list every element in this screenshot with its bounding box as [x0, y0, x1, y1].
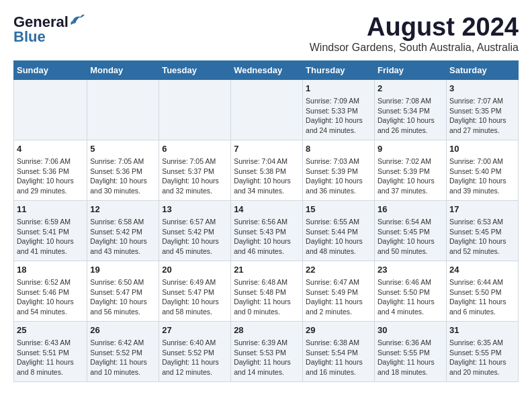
day-info: Sunrise: 6:36 AMSunset: 5:55 PMDaylight:…	[378, 338, 443, 377]
day-info: Sunrise: 6:48 AMSunset: 5:48 PMDaylight:…	[234, 277, 300, 317]
day-info: Sunrise: 6:39 AMSunset: 5:53 PMDaylight:…	[234, 338, 300, 377]
day-info: Sunrise: 6:55 AMSunset: 5:44 PMDaylight:…	[306, 217, 371, 257]
day-info: Sunrise: 7:09 AMSunset: 5:33 PMDaylight:…	[306, 96, 371, 136]
day-number: 21	[234, 264, 300, 276]
calendar-cell: 7Sunrise: 7:04 AMSunset: 5:38 PMDaylight…	[231, 140, 303, 200]
calendar-cell	[87, 79, 159, 140]
calendar-cell: 12Sunrise: 6:58 AMSunset: 5:42 PMDayligh…	[87, 200, 159, 261]
logo: General Blue	[13, 13, 85, 46]
calendar-cell: 6Sunrise: 7:05 AMSunset: 5:37 PMDaylight…	[159, 140, 231, 200]
day-number: 18	[17, 264, 84, 276]
day-info: Sunrise: 6:58 AMSunset: 5:42 PMDaylight:…	[90, 217, 156, 257]
calendar-cell: 24Sunrise: 6:44 AMSunset: 5:50 PMDayligh…	[446, 261, 518, 321]
day-info: Sunrise: 6:54 AMSunset: 5:45 PMDaylight:…	[378, 217, 443, 257]
day-number: 10	[449, 143, 515, 155]
logo-bird-icon	[70, 14, 85, 28]
calendar-cell: 11Sunrise: 6:59 AMSunset: 5:41 PMDayligh…	[14, 200, 87, 261]
day-info: Sunrise: 6:50 AMSunset: 5:47 PMDaylight:…	[90, 277, 156, 317]
day-number: 27	[162, 324, 228, 336]
day-number: 14	[234, 203, 300, 216]
day-number: 25	[17, 324, 84, 336]
calendar-week-2: 4Sunrise: 7:06 AMSunset: 5:36 PMDaylight…	[14, 140, 519, 200]
calendar-cell	[14, 79, 87, 140]
day-number: 2	[378, 83, 443, 95]
calendar-cell: 21Sunrise: 6:48 AMSunset: 5:48 PMDayligh…	[231, 261, 303, 321]
calendar-cell: 26Sunrise: 6:42 AMSunset: 5:52 PMDayligh…	[87, 321, 159, 381]
day-number: 23	[378, 264, 443, 276]
day-info: Sunrise: 6:59 AMSunset: 5:41 PMDaylight:…	[17, 217, 84, 257]
calendar-cell: 27Sunrise: 6:40 AMSunset: 5:52 PMDayligh…	[159, 321, 231, 381]
day-number: 1	[306, 83, 371, 95]
calendar-header-row: SundayMondayTuesdayWednesdayThursdayFrid…	[14, 60, 519, 79]
day-number: 5	[90, 143, 156, 155]
header-sunday: Sunday	[14, 60, 87, 79]
calendar-table: SundayMondayTuesdayWednesdayThursdayFrid…	[13, 60, 519, 382]
calendar-cell: 17Sunrise: 6:53 AMSunset: 5:45 PMDayligh…	[446, 200, 518, 261]
day-info: Sunrise: 6:53 AMSunset: 5:45 PMDaylight:…	[449, 217, 515, 257]
day-number: 19	[90, 264, 156, 276]
calendar-cell: 20Sunrise: 6:49 AMSunset: 5:47 PMDayligh…	[159, 261, 231, 321]
calendar-cell: 30Sunrise: 6:36 AMSunset: 5:55 PMDayligh…	[375, 321, 447, 381]
day-info: Sunrise: 7:02 AMSunset: 5:39 PMDaylight:…	[378, 156, 443, 196]
calendar-cell: 3Sunrise: 7:07 AMSunset: 5:35 PMDaylight…	[446, 79, 518, 140]
day-number: 11	[17, 203, 84, 216]
day-number: 17	[449, 203, 515, 216]
day-number: 29	[306, 324, 371, 336]
day-number: 20	[162, 264, 228, 276]
calendar-cell: 8Sunrise: 7:03 AMSunset: 5:39 PMDaylight…	[303, 140, 375, 200]
calendar-cell: 1Sunrise: 7:09 AMSunset: 5:33 PMDaylight…	[303, 79, 375, 140]
day-number: 30	[378, 324, 443, 336]
calendar-cell: 23Sunrise: 6:46 AMSunset: 5:50 PMDayligh…	[375, 261, 447, 321]
day-info: Sunrise: 6:40 AMSunset: 5:52 PMDaylight:…	[162, 338, 228, 377]
calendar-cell: 2Sunrise: 7:08 AMSunset: 5:34 PMDaylight…	[375, 79, 447, 140]
header-tuesday: Tuesday	[159, 60, 231, 79]
day-info: Sunrise: 6:47 AMSunset: 5:49 PMDaylight:…	[306, 277, 371, 317]
day-number: 24	[449, 264, 515, 276]
day-number: 7	[234, 143, 300, 155]
calendar-cell: 14Sunrise: 6:56 AMSunset: 5:43 PMDayligh…	[231, 200, 303, 261]
day-info: Sunrise: 7:08 AMSunset: 5:34 PMDaylight:…	[378, 96, 443, 136]
day-number: 15	[306, 203, 371, 216]
day-number: 8	[306, 143, 371, 155]
day-info: Sunrise: 6:42 AMSunset: 5:52 PMDaylight:…	[90, 338, 156, 377]
header-monday: Monday	[87, 60, 159, 79]
title-block: August 2024 Windsor Gardens, South Austr…	[310, 13, 519, 54]
day-number: 26	[90, 324, 156, 336]
calendar-week-5: 25Sunrise: 6:43 AMSunset: 5:51 PMDayligh…	[14, 321, 519, 381]
calendar-cell	[231, 79, 303, 140]
day-info: Sunrise: 7:05 AMSunset: 5:37 PMDaylight:…	[162, 156, 228, 196]
calendar-cell: 19Sunrise: 6:50 AMSunset: 5:47 PMDayligh…	[87, 261, 159, 321]
day-number: 31	[449, 324, 515, 336]
day-info: Sunrise: 7:06 AMSunset: 5:36 PMDaylight:…	[17, 156, 84, 196]
calendar-cell: 18Sunrise: 6:52 AMSunset: 5:46 PMDayligh…	[14, 261, 87, 321]
calendar-week-3: 11Sunrise: 6:59 AMSunset: 5:41 PMDayligh…	[14, 200, 519, 261]
calendar-week-4: 18Sunrise: 6:52 AMSunset: 5:46 PMDayligh…	[14, 261, 519, 321]
day-info: Sunrise: 6:44 AMSunset: 5:50 PMDaylight:…	[449, 277, 515, 317]
day-info: Sunrise: 6:46 AMSunset: 5:50 PMDaylight:…	[378, 277, 443, 317]
day-number: 22	[306, 264, 371, 276]
header-saturday: Saturday	[446, 60, 518, 79]
day-number: 28	[234, 324, 300, 336]
calendar-cell: 16Sunrise: 6:54 AMSunset: 5:45 PMDayligh…	[375, 200, 447, 261]
day-info: Sunrise: 6:56 AMSunset: 5:43 PMDaylight:…	[234, 217, 300, 257]
day-info: Sunrise: 6:35 AMSunset: 5:55 PMDaylight:…	[449, 338, 515, 377]
page-header: General Blue August 2024 Windsor Gardens…	[13, 13, 519, 54]
page-subtitle: Windsor Gardens, South Australia, Austra…	[310, 42, 519, 54]
calendar-cell: 13Sunrise: 6:57 AMSunset: 5:42 PMDayligh…	[159, 200, 231, 261]
day-info: Sunrise: 6:52 AMSunset: 5:46 PMDaylight:…	[17, 277, 84, 317]
calendar-cell: 4Sunrise: 7:06 AMSunset: 5:36 PMDaylight…	[14, 140, 87, 200]
day-number: 4	[17, 143, 84, 155]
day-number: 13	[162, 203, 228, 216]
calendar-cell: 5Sunrise: 7:05 AMSunset: 5:36 PMDaylight…	[87, 140, 159, 200]
day-info: Sunrise: 6:49 AMSunset: 5:47 PMDaylight:…	[162, 277, 228, 317]
day-info: Sunrise: 6:38 AMSunset: 5:54 PMDaylight:…	[306, 338, 371, 377]
calendar-cell: 10Sunrise: 7:00 AMSunset: 5:40 PMDayligh…	[446, 140, 518, 200]
page-title: August 2024	[310, 13, 519, 42]
day-info: Sunrise: 7:03 AMSunset: 5:39 PMDaylight:…	[306, 156, 371, 196]
day-info: Sunrise: 7:00 AMSunset: 5:40 PMDaylight:…	[449, 156, 515, 196]
calendar-cell: 15Sunrise: 6:55 AMSunset: 5:44 PMDayligh…	[303, 200, 375, 261]
calendar-cell: 28Sunrise: 6:39 AMSunset: 5:53 PMDayligh…	[231, 321, 303, 381]
calendar-cell	[159, 79, 231, 140]
day-info: Sunrise: 7:04 AMSunset: 5:38 PMDaylight:…	[234, 156, 300, 196]
day-number: 16	[378, 203, 443, 216]
